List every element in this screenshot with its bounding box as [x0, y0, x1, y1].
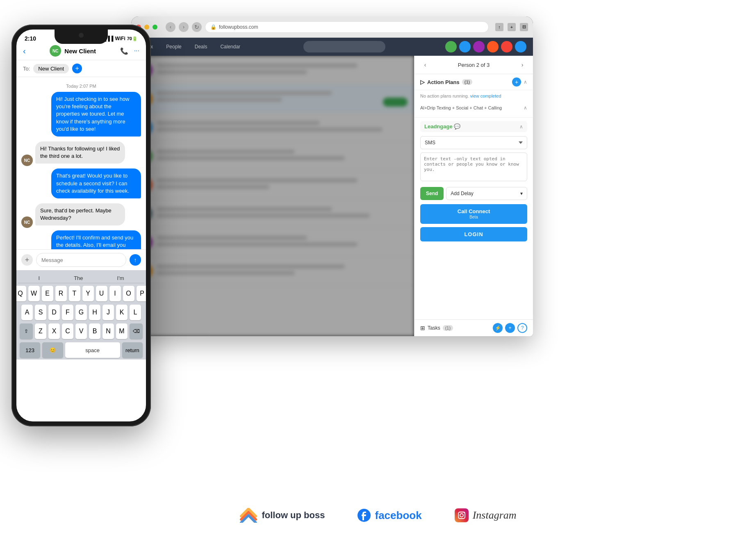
key-v[interactable]: V: [75, 323, 87, 339]
more-options-icon[interactable]: ···: [134, 47, 139, 55]
key-b[interactable]: B: [89, 323, 100, 339]
add-delay-button[interactable]: Add Delay ▾: [446, 187, 527, 200]
key-d[interactable]: D: [48, 305, 60, 320]
numbers-key[interactable]: 123: [20, 342, 40, 358]
help-button[interactable]: ?: [517, 323, 527, 333]
instagram-text: Instagram: [473, 509, 517, 521]
message-input[interactable]: [36, 253, 126, 267]
keyboard-row-2: A S D F G H J K L: [20, 305, 143, 320]
key-r[interactable]: R: [55, 286, 67, 301]
key-t[interactable]: T: [69, 286, 80, 301]
nav-item-deals[interactable]: Deals: [191, 42, 211, 51]
nav-item-people[interactable]: People: [163, 42, 184, 51]
key-c[interactable]: C: [62, 323, 73, 339]
call-connect-button[interactable]: Call Connect Beta: [420, 204, 527, 224]
action-plans-title: ▷ Action Plans (1): [420, 79, 472, 85]
suggestion-1[interactable]: I: [39, 275, 40, 281]
next-person-button[interactable]: ›: [517, 60, 527, 70]
facebook-logo: facebook: [358, 509, 421, 522]
message-textarea[interactable]: [420, 153, 527, 181]
tasks-title: ⊞ Tasks (1): [420, 325, 453, 331]
key-n[interactable]: N: [102, 323, 114, 339]
refresh-icon[interactable]: ↻: [192, 22, 202, 32]
key-f[interactable]: F: [62, 305, 73, 320]
suggestion-2[interactable]: The: [74, 275, 83, 281]
lock-icon: 🔒: [210, 24, 216, 30]
return-key[interactable]: return: [122, 342, 143, 358]
collapse-leadngage-button[interactable]: ∧: [519, 124, 523, 130]
suggestion-3[interactable]: I'm: [117, 275, 124, 281]
action-plans-count: (1): [462, 79, 472, 85]
key-a[interactable]: A: [21, 305, 33, 320]
back-button[interactable]: ‹: [23, 46, 26, 56]
browser-minimize-btn[interactable]: [144, 25, 149, 30]
header-user-dots: [445, 41, 526, 52]
key-u[interactable]: U: [96, 286, 107, 301]
key-e[interactable]: E: [42, 286, 53, 301]
sms-type-dropdown[interactable]: SMS: [420, 136, 527, 149]
key-i[interactable]: I: [109, 286, 121, 301]
key-p[interactable]: P: [137, 286, 146, 301]
delete-key[interactable]: ⌫: [130, 323, 143, 339]
leadngage-section: Leadngage 💬 ∧ SMS Send Add Delay ▾: [414, 118, 533, 319]
message-row-out: Hi! Just checking in to see how you're f…: [21, 92, 141, 139]
phone-device: 2:10 ▐▐▐ WiFi 70🔋 ‹ NC New Client 📞 ···: [11, 25, 151, 426]
ai-drip-header: AI+Drip Texting + Social + Chat + Callin…: [420, 105, 527, 111]
emoji-key[interactable]: 😊: [42, 342, 63, 358]
keyboard: I The I'm Q W E R T Y U I O: [16, 270, 146, 360]
collapse-ai-drip-button[interactable]: ∧: [524, 105, 527, 111]
key-w[interactable]: W: [28, 286, 40, 301]
key-z[interactable]: Z: [35, 323, 46, 339]
key-o[interactable]: O: [123, 286, 134, 301]
key-k[interactable]: K: [116, 305, 128, 320]
call-connect-beta-label: Beta: [469, 215, 478, 220]
back-arrow-icon[interactable]: ‹: [166, 22, 175, 32]
key-m[interactable]: M: [116, 323, 128, 339]
message-bubble-in: Hi! Thanks for following up! I liked the…: [35, 141, 125, 164]
collapse-action-plans-button[interactable]: ∧: [524, 79, 527, 85]
key-j[interactable]: J: [102, 305, 114, 320]
add-task-button[interactable]: +: [505, 323, 515, 333]
list-item-content: [157, 264, 408, 278]
key-q[interactable]: Q: [16, 286, 26, 301]
add-action-plan-button[interactable]: +: [512, 77, 521, 87]
sidebar-toggle-icon[interactable]: ⊟: [520, 23, 528, 31]
message-bubble-in: Sure, that'd be perfect. Maybe Wednesday…: [35, 203, 125, 225]
key-l[interactable]: L: [130, 305, 141, 320]
prev-person-button[interactable]: ‹: [420, 60, 430, 70]
list-item: [131, 56, 414, 84]
send-button[interactable]: Send: [420, 187, 444, 200]
nav-item-calendar[interactable]: Calendar: [217, 42, 244, 51]
global-search[interactable]: [303, 41, 385, 52]
svg-point-4: [464, 512, 465, 513]
new-tab-icon[interactable]: +: [508, 23, 516, 31]
forward-arrow-icon[interactable]: ›: [179, 22, 189, 32]
browser-maximize-btn[interactable]: [153, 25, 157, 30]
address-bar[interactable]: 🔒 followupboss.com: [205, 21, 489, 33]
space-key[interactable]: space: [65, 342, 120, 358]
key-s[interactable]: S: [35, 305, 46, 320]
bottom-logos: follow up boss facebook: [0, 508, 756, 523]
key-g[interactable]: G: [75, 305, 87, 320]
key-x[interactable]: X: [48, 323, 60, 339]
phone-nav-icons: 📞 ···: [120, 47, 139, 55]
list-item-content: [157, 236, 408, 249]
key-y[interactable]: Y: [82, 286, 94, 301]
phone-call-icon[interactable]: 📞: [120, 47, 128, 55]
add-recipient-button[interactable]: +: [72, 64, 82, 73]
view-completed-link[interactable]: view completed: [470, 93, 501, 98]
send-message-button[interactable]: ↑: [130, 254, 141, 266]
list-item-detail: [157, 98, 282, 102]
contacts-list: [131, 56, 414, 336]
key-h[interactable]: H: [89, 305, 100, 320]
share-icon[interactable]: ↑: [495, 23, 503, 31]
shift-key[interactable]: ⇧: [20, 323, 33, 339]
login-button[interactable]: LOGIN: [420, 227, 527, 241]
recipient-pill[interactable]: New Client: [33, 64, 69, 73]
facebook-text: facebook: [375, 509, 421, 522]
lightning-button[interactable]: ⚡: [493, 323, 503, 333]
list-item: [131, 142, 414, 171]
add-attachment-button[interactable]: +: [21, 254, 33, 266]
phone-notch: [55, 30, 108, 44]
ai-drip-title: AI+Drip Texting + Social + Chat + Callin…: [420, 105, 502, 110]
